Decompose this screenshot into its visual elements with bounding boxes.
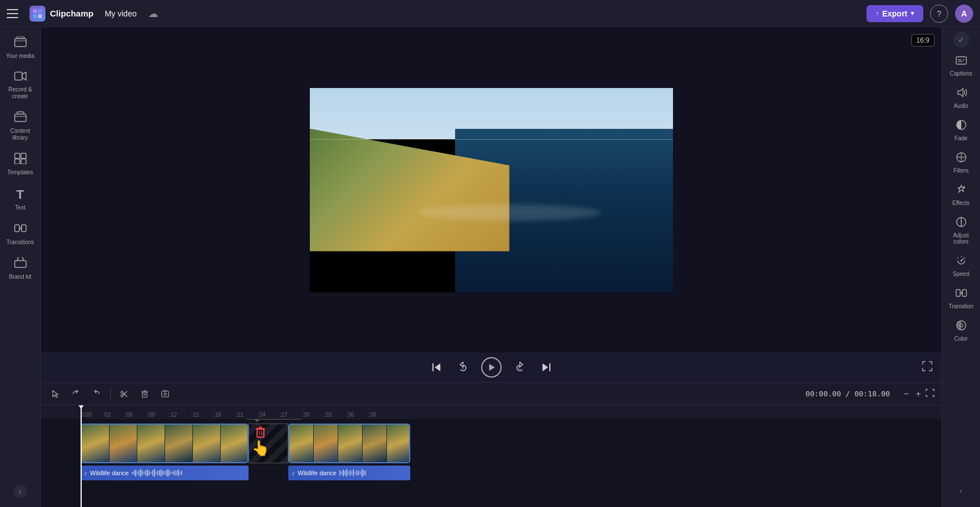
ruler-mark-1: :03 bbox=[103, 412, 111, 418]
rewind-5s-button[interactable]: 5 bbox=[454, 358, 472, 376]
adjust-colors-icon bbox=[956, 216, 967, 231]
clip1-thumbnails bbox=[82, 425, 247, 462]
video-clip-2[interactable] bbox=[288, 424, 410, 463]
fullscreen-button[interactable] bbox=[922, 361, 932, 374]
svg-marker-17 bbox=[435, 363, 440, 371]
timeline-content: Delete this gap bbox=[41, 419, 941, 507]
speed-icon bbox=[956, 255, 967, 269]
sidebar-expand-button[interactable]: › bbox=[14, 484, 27, 498]
delete-gap-cursor: 👆 bbox=[251, 426, 270, 455]
svg-rect-0 bbox=[33, 9, 37, 13]
text-icon: T bbox=[16, 187, 24, 202]
svg-rect-21 bbox=[549, 363, 550, 371]
svg-point-55 bbox=[960, 260, 962, 262]
right-tool-speed[interactable]: Speed bbox=[944, 250, 978, 282]
left-sidebar: Your media Record &create Contentlibrary bbox=[0, 27, 41, 507]
audio-clip-1[interactable]: ♪ Wildlife dance bbox=[81, 466, 249, 480]
transition-label: Transition bbox=[949, 303, 974, 309]
audio-label: Audio bbox=[954, 103, 969, 109]
sidebar-item-content-library[interactable]: Contentlibrary bbox=[2, 107, 39, 146]
ruler-mark-6: :18 bbox=[213, 412, 221, 418]
timeline-ruler: 0:00 :03 :06 :09 :12 :15 :18 :21 :24 :27… bbox=[41, 405, 941, 419]
sidebar-item-record[interactable]: Record &create bbox=[2, 66, 39, 104]
video-preview-area: 16:9 bbox=[41, 27, 941, 353]
user-avatar[interactable]: A bbox=[955, 5, 973, 23]
svg-point-34 bbox=[164, 393, 166, 395]
sidebar-item-transitions[interactable]: Transitions bbox=[2, 218, 39, 250]
captions-icon bbox=[956, 56, 967, 69]
sidebar-item-text[interactable]: T Text bbox=[2, 183, 39, 216]
speed-label: Speed bbox=[953, 271, 969, 277]
transitions-label: Transitions bbox=[6, 239, 34, 246]
confirm-badge[interactable]: ✓ bbox=[953, 32, 969, 48]
your-media-icon bbox=[14, 36, 27, 51]
ruler-mark-8: :24 bbox=[258, 412, 266, 418]
right-tool-transition[interactable]: Transition bbox=[944, 283, 978, 314]
svg-point-24 bbox=[121, 395, 123, 397]
aspect-ratio-badge[interactable]: 16:9 bbox=[911, 34, 935, 47]
svg-line-58 bbox=[964, 258, 965, 259]
trash-icon bbox=[255, 426, 266, 439]
svg-rect-59 bbox=[956, 290, 960, 296]
right-tool-effects[interactable]: Effects bbox=[944, 179, 978, 211]
filters-icon bbox=[956, 152, 967, 166]
svg-rect-12 bbox=[21, 159, 26, 164]
svg-rect-28 bbox=[142, 392, 147, 397]
sidebar-item-brand-kit[interactable]: Brand kit bbox=[2, 253, 39, 285]
menu-button[interactable] bbox=[7, 6, 23, 22]
cut-button[interactable] bbox=[116, 386, 132, 402]
play-button[interactable] bbox=[481, 357, 502, 378]
zoom-fit-button[interactable] bbox=[926, 389, 935, 399]
record-label: Record &create bbox=[9, 86, 32, 100]
audio2-music-icon: ♪ bbox=[292, 470, 295, 476]
time-separator: / bbox=[846, 389, 855, 398]
ruler-mark-7: :21 bbox=[235, 412, 243, 418]
svg-rect-4 bbox=[15, 39, 26, 47]
sidebar-item-templates[interactable]: Templates bbox=[2, 148, 39, 181]
svg-rect-33 bbox=[162, 391, 169, 397]
select-tool-button[interactable] bbox=[48, 386, 64, 402]
help-button[interactable]: ? bbox=[930, 5, 948, 23]
video-clip-1[interactable] bbox=[81, 424, 249, 463]
forward-5s-button[interactable]: 5 bbox=[511, 358, 529, 376]
save-frame-button[interactable] bbox=[157, 386, 173, 402]
playhead[interactable] bbox=[81, 405, 82, 419]
svg-marker-19 bbox=[489, 364, 495, 371]
zoom-in-button[interactable]: + bbox=[914, 388, 923, 400]
audio2-label: Wildlife dance bbox=[298, 470, 337, 476]
right-tool-color[interactable]: Color bbox=[944, 315, 978, 346]
your-media-label: Your media bbox=[6, 53, 34, 60]
svg-point-51 bbox=[958, 192, 959, 193]
export-button[interactable]: ↑ Export ▾ bbox=[867, 5, 923, 22]
svg-rect-3 bbox=[38, 14, 42, 18]
audio-clip-2[interactable]: ♪ Wildlife dance bbox=[288, 466, 410, 480]
project-title[interactable]: My video bbox=[100, 7, 141, 20]
skip-to-start-button[interactable] bbox=[428, 359, 445, 376]
redo-button[interactable] bbox=[89, 386, 104, 402]
svg-rect-36 bbox=[257, 429, 264, 437]
right-tool-captions[interactable]: Captions bbox=[944, 51, 978, 81]
undo-button[interactable] bbox=[68, 386, 84, 402]
main-area: Your media Record &create Contentlibrary bbox=[0, 27, 980, 507]
app-name: Clipchamp bbox=[50, 9, 94, 18]
svg-rect-15 bbox=[15, 261, 26, 267]
svg-rect-11 bbox=[15, 159, 20, 164]
gap-clip[interactable]: Delete this gap bbox=[249, 424, 288, 463]
text-label: Text bbox=[15, 204, 25, 211]
right-sidebar-collapse-button[interactable]: ‹ bbox=[954, 484, 968, 498]
zoom-out-button[interactable]: − bbox=[901, 388, 911, 400]
sidebar-item-your-media[interactable]: Your media bbox=[2, 32, 39, 64]
delete-button[interactable] bbox=[137, 386, 153, 402]
right-tool-fade[interactable]: Fade bbox=[944, 115, 978, 146]
svg-rect-1 bbox=[38, 9, 42, 13]
hand-pointer-cursor: 👆 bbox=[251, 441, 270, 455]
svg-rect-6 bbox=[15, 72, 22, 80]
svg-marker-22 bbox=[542, 363, 548, 371]
right-tool-filters[interactable]: Filters bbox=[944, 147, 978, 178]
total-time: 00:18.00 bbox=[855, 389, 890, 398]
svg-marker-45 bbox=[958, 89, 963, 97]
right-tool-adjust-colors[interactable]: Adjustcolors bbox=[944, 212, 978, 249]
audio-icon bbox=[956, 87, 967, 101]
skip-to-end-button[interactable] bbox=[538, 359, 555, 376]
right-tool-audio[interactable]: Audio bbox=[944, 82, 978, 114]
